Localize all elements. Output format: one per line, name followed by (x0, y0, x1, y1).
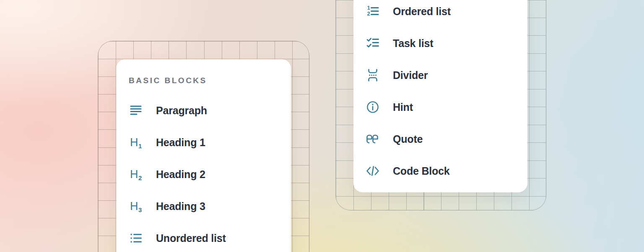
menu-item-heading-3[interactable]: H3 Heading 3 (129, 190, 291, 222)
menu-item-paragraph[interactable]: Paragraph (129, 94, 291, 126)
svg-text:1: 1 (367, 5, 370, 11)
svg-text:2: 2 (367, 10, 370, 17)
menu-item-label: Heading 3 (156, 200, 205, 213)
menu-item-label: Paragraph (156, 105, 207, 117)
menu-item-quote[interactable]: Quote (366, 123, 527, 155)
hint-icon (366, 100, 380, 114)
blocks-menu-card: 1 2 Ordered list Task list Divider (353, 0, 527, 192)
code-block-icon (366, 164, 380, 178)
menu-item-code-block[interactable]: Code Block (366, 155, 527, 187)
quote-icon (366, 132, 380, 146)
basic-blocks-menu: Paragraph H1 Heading 1 H2 Heading 2 H3 H… (129, 94, 291, 252)
divider-icon (366, 68, 380, 82)
ordered-list-icon: 1 2 (366, 4, 380, 18)
menu-item-label: Divider (393, 69, 428, 81)
basic-blocks-card: BASIC BLOCKS Paragraph H1 Heading 1 H2 H… (116, 59, 291, 252)
menu-item-heading-2[interactable]: H2 Heading 2 (129, 158, 291, 190)
menu-item-label: Heading 2 (156, 168, 205, 181)
menu-item-task-list[interactable]: Task list (366, 27, 527, 59)
heading-2-icon: H2 (129, 167, 143, 181)
menu-item-label: Heading 1 (156, 136, 205, 149)
menu-item-label: Quote (393, 133, 423, 145)
heading-3-icon: H3 (129, 199, 143, 213)
menu-item-label: Task list (393, 37, 433, 50)
menu-item-label: Ordered list (393, 5, 451, 18)
paragraph-icon (129, 103, 143, 118)
menu-item-ordered-list[interactable]: 1 2 Ordered list (366, 0, 527, 27)
blocks-menu: 1 2 Ordered list Task list Divider (366, 0, 527, 187)
unordered-list-icon (129, 231, 143, 245)
heading-1-icon: H1 (129, 135, 143, 150)
menu-item-unordered-list[interactable]: Unordered list (129, 222, 291, 252)
menu-item-hint[interactable]: Hint (366, 91, 527, 123)
menu-item-label: Unordered list (156, 232, 226, 244)
task-list-icon (366, 36, 380, 50)
menu-item-heading-1[interactable]: H1 Heading 1 (129, 126, 291, 158)
menu-item-label: Hint (393, 101, 413, 113)
menu-item-divider[interactable]: Divider (366, 59, 527, 91)
menu-item-label: Code Block (393, 165, 450, 177)
section-label: BASIC BLOCKS (129, 76, 291, 85)
background-canvas: { "colors": { "icon_accent": "#3A7B93", … (0, 0, 644, 252)
